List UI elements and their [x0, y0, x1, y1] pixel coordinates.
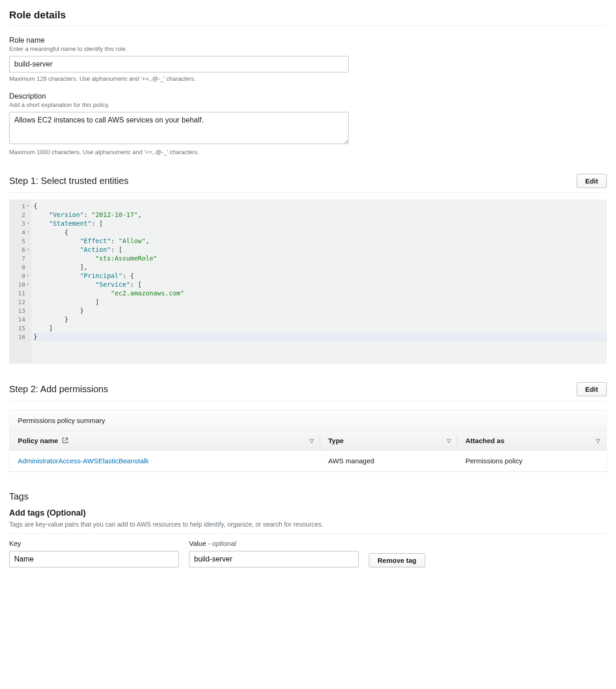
- role-name-label: Role name: [9, 36, 607, 44]
- description-hint: Add a short explanation for this policy.: [9, 101, 607, 108]
- policy-type: AWS managed: [320, 450, 457, 472]
- tags-title: Tags: [9, 491, 607, 502]
- col-type[interactable]: Type ▽: [320, 431, 457, 450]
- description-textarea[interactable]: [9, 112, 349, 144]
- sort-icon: ▽: [596, 438, 600, 444]
- role-name-constraint: Maximum 128 characters. Use alphanumeric…: [9, 75, 607, 82]
- permissions-panel-title: Permissions policy summary: [10, 410, 606, 431]
- external-link-icon: [62, 437, 68, 444]
- code-gutter: 1▾23▾4▾56▾789▾10▾111213141516: [10, 200, 32, 363]
- table-row: AdministratorAccess-AWSElasticBeanstalk …: [10, 450, 606, 472]
- description-constraint: Maximum 1000 characters. Use alphanumeri…: [9, 149, 607, 156]
- remove-tag-button[interactable]: Remove tag: [369, 553, 425, 567]
- col-attached-as[interactable]: Attached as ▽: [457, 431, 606, 450]
- code-body: { "Version": "2012-10-17", "Statement": …: [32, 200, 606, 363]
- step1-title: Step 1: Select trusted entities: [9, 176, 128, 186]
- trust-policy-editor[interactable]: 1▾23▾4▾56▾789▾10▾111213141516 { "Version…: [9, 200, 607, 364]
- col-policy-name[interactable]: Policy name ▽: [10, 431, 320, 450]
- step2-edit-button[interactable]: Edit: [577, 382, 607, 396]
- tag-value-label: Value - optional: [189, 539, 359, 547]
- tags-hint: Tags are key-value pairs that you can ad…: [9, 521, 607, 534]
- add-tags-title: Add tags (Optional): [9, 508, 607, 518]
- step2-title: Step 2: Add permissions: [9, 384, 108, 395]
- description-label: Description: [9, 92, 607, 100]
- role-name-input[interactable]: [9, 56, 349, 72]
- step1-edit-button[interactable]: Edit: [577, 174, 607, 188]
- tag-key-input[interactable]: [9, 551, 179, 567]
- page-title: Role details: [9, 9, 607, 26]
- role-name-hint: Enter a meaningful name to identify this…: [9, 45, 607, 52]
- policy-name-link[interactable]: AdministratorAccess-AWSElasticBeanstalk: [18, 457, 149, 465]
- permissions-panel: Permissions policy summary Policy name ▽…: [9, 410, 607, 472]
- sort-icon: ▽: [447, 438, 451, 444]
- tag-key-label: Key: [9, 539, 179, 547]
- permissions-table: Policy name ▽ Type ▽ Attached as ▽ Admin…: [10, 431, 606, 472]
- tag-value-input[interactable]: [189, 551, 359, 567]
- sort-icon: ▽: [310, 438, 314, 444]
- policy-attached-as: Permissions policy: [457, 450, 606, 472]
